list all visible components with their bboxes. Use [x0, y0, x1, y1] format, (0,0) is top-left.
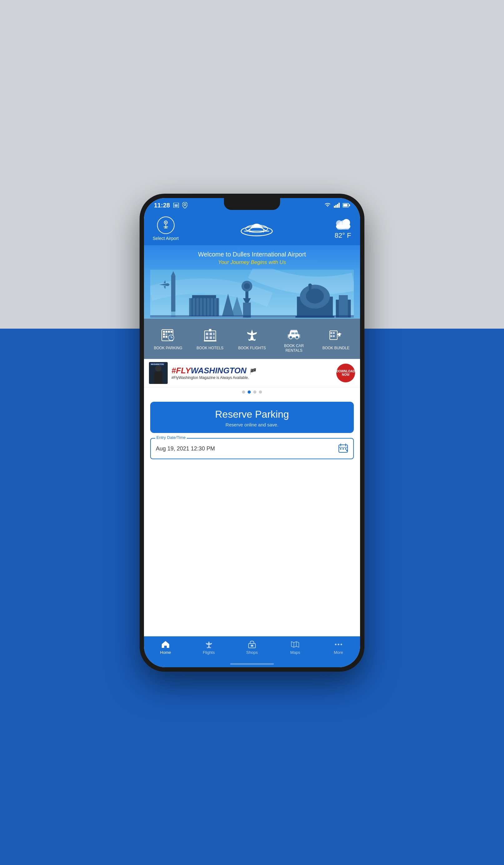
svg-rect-4	[336, 205, 337, 208]
banner-text: #FLYWASHINGTON 🏴 #FlyWashington Magazine…	[172, 367, 332, 380]
flights-action-icon	[244, 327, 260, 343]
dot-3[interactable]	[253, 391, 256, 394]
nav-shops-label: Shops	[246, 650, 258, 655]
nav-shops[interactable]: Shops	[231, 640, 273, 655]
book-bundle-label: BOOK BUNDLE	[322, 346, 349, 350]
svg-rect-76	[213, 336, 214, 339]
svg-rect-77	[209, 329, 211, 332]
svg-rect-86	[333, 332, 335, 334]
reserve-parking-section: Reserve Parking Reserve online and save.…	[144, 397, 360, 636]
book-parking-label: BOOK PARKING	[154, 346, 183, 350]
phone-notch	[224, 198, 280, 210]
svg-rect-90	[154, 371, 162, 384]
svg-point-81	[295, 336, 298, 339]
status-time: 11:28	[154, 202, 170, 209]
svg-rect-63	[165, 333, 167, 335]
carousel-dots	[144, 387, 360, 397]
welcome-section: Welcome to Dulles International Airport …	[144, 245, 360, 319]
svg-rect-26	[336, 224, 350, 228]
svg-rect-55	[339, 295, 348, 318]
quick-actions-bar: BOOK PARKING	[144, 319, 360, 359]
shops-icon	[247, 640, 257, 649]
svg-rect-70	[204, 331, 216, 341]
person-silhouette	[151, 365, 166, 384]
nav-flights-label: Flights	[203, 650, 214, 655]
svg-rect-9	[349, 204, 350, 206]
banner-image-tag: WASHINGTON	[150, 363, 165, 366]
dot-2[interactable]	[248, 391, 251, 394]
download-button[interactable]: DOWNLOAD NOW	[336, 364, 355, 382]
app-header: Select Airport	[144, 211, 360, 245]
svg-rect-58	[163, 331, 165, 333]
calendar-icon	[338, 443, 348, 454]
svg-rect-32	[189, 298, 219, 316]
banner-subtitle: #FlyWashington Magazine is Always Availa…	[172, 376, 332, 380]
book-hotels-label: BOOK HOTELS	[197, 346, 224, 350]
svg-rect-97	[345, 448, 346, 450]
svg-rect-87	[330, 335, 332, 337]
nav-home[interactable]: Home	[144, 640, 187, 655]
svg-rect-33	[191, 298, 193, 316]
svg-rect-61	[171, 331, 172, 333]
svg-rect-71	[206, 333, 208, 335]
nav-more-label: More	[334, 650, 343, 655]
promo-banner[interactable]: WASHINGTON #FLYWASHINGTON 🏴 #FlyWashingt…	[144, 359, 360, 387]
home-icon	[161, 640, 170, 649]
svg-point-103	[338, 644, 339, 645]
book-flights-label: BOOK FLIGHTS	[238, 346, 266, 350]
svg-rect-83	[295, 332, 297, 334]
app-logo	[238, 219, 276, 238]
entry-date-value: Aug 19, 2021 12:30 PM	[156, 446, 215, 452]
skyline-image	[150, 269, 354, 319]
svg-rect-5	[337, 204, 338, 208]
location-icon	[183, 202, 187, 208]
svg-point-50	[306, 289, 324, 304]
book-rentals-label: BOOK CAR RENTALS	[275, 344, 313, 353]
banner-title: #FLYWASHINGTON 🏴	[172, 367, 332, 374]
wifi-icon	[324, 203, 331, 208]
car-icon	[286, 325, 302, 341]
svg-rect-82	[291, 332, 294, 334]
svg-rect-74	[206, 336, 208, 339]
more-icon	[334, 640, 343, 649]
svg-rect-51	[309, 286, 311, 297]
book-rentals-button[interactable]: BOOK CAR RENTALS	[275, 325, 313, 353]
nav-flights[interactable]: Flights	[187, 640, 230, 655]
battery-icon	[342, 203, 350, 207]
svg-rect-39	[213, 298, 214, 316]
flights-nav-icon	[204, 640, 214, 649]
svg-point-104	[340, 644, 342, 645]
bottom-navigation: Home Flights Shops	[144, 636, 360, 661]
svg-point-80	[289, 336, 292, 339]
select-airport-label: Select Airport	[153, 236, 179, 241]
svg-rect-36	[202, 298, 203, 316]
svg-rect-37	[206, 298, 207, 316]
book-bundle-button[interactable]: BOOK BUNDLE	[317, 327, 355, 350]
select-airport-button[interactable]: Select Airport	[153, 217, 179, 241]
dot-1[interactable]	[242, 391, 245, 394]
svg-point-102	[335, 644, 336, 645]
dot-4[interactable]	[259, 391, 262, 394]
hotel-icon	[202, 327, 218, 343]
entry-date-field[interactable]: Entry Date/Time Aug 19, 2021 12:30 PM	[150, 438, 354, 459]
svg-rect-60	[168, 331, 170, 333]
welcome-title: Welcome to Dulles International Airport	[150, 251, 354, 258]
reserve-title: Reserve Parking	[156, 408, 348, 420]
svg-rect-6	[339, 203, 340, 208]
airport-icon-circle	[157, 217, 175, 234]
parking-icon	[160, 327, 176, 343]
svg-rect-99	[251, 645, 253, 647]
nav-maps[interactable]: Maps	[273, 640, 317, 655]
home-bar	[230, 663, 274, 665]
welcome-subtitle: Your Journey Begins with Us	[150, 259, 354, 266]
book-hotels-button[interactable]: BOOK HOTELS	[191, 327, 229, 350]
svg-rect-65	[165, 336, 167, 338]
book-flights-button[interactable]: BOOK FLIGHTS	[233, 327, 271, 350]
nav-more[interactable]: More	[317, 640, 360, 655]
phone-screen: 11:28	[144, 198, 360, 667]
weather-clouds-icon	[335, 218, 351, 231]
banner-thumbnail: WASHINGTON	[149, 362, 168, 384]
svg-rect-95	[340, 448, 341, 450]
svg-rect-35	[199, 298, 200, 316]
book-parking-button[interactable]: BOOK PARKING	[149, 327, 187, 350]
